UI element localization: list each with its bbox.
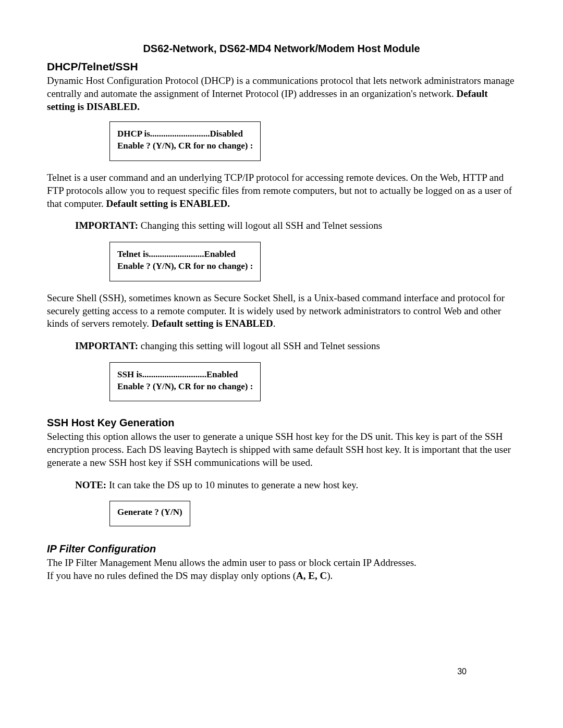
para-ipfilter-1: The IP Filter Management Menu allows the… bbox=[47, 557, 516, 570]
label-note: NOTE: bbox=[75, 479, 106, 490]
note-hostkey: NOTE: It can take the DS up to 10 minute… bbox=[75, 479, 516, 492]
text: . bbox=[273, 318, 276, 329]
text: Dynamic Host Configuration Protocol (DHC… bbox=[47, 75, 515, 99]
para-hostkey: Selecting this option allows the user to… bbox=[47, 430, 516, 469]
heading-dhcp: DHCP/Telnet/SSH bbox=[47, 59, 516, 73]
text-bold: Default setting is ENABLED bbox=[152, 318, 273, 329]
text-bold: Default setting is ENABLED. bbox=[106, 198, 230, 209]
text: Changing this setting will logout all SS… bbox=[138, 220, 382, 231]
para-ssh: Secure Shell (SSH), sometimes known as S… bbox=[47, 292, 516, 330]
code-box-generate: Generate ? (Y/N) bbox=[109, 501, 190, 526]
text: changing this setting will logout all SS… bbox=[138, 340, 380, 351]
text: It can take the DS up to 10 minutes to g… bbox=[106, 479, 358, 490]
para-telnet: Telnet is a user command and an underlyi… bbox=[47, 171, 516, 210]
text: If you have no rules defined the DS may … bbox=[47, 570, 296, 581]
label-important: IMPORTANT: bbox=[75, 220, 138, 231]
label-important: IMPORTANT: bbox=[75, 340, 138, 351]
code-box-ssh: SSH is.............................Enabl… bbox=[109, 362, 261, 402]
heading-ipfilter: IP Filter Configuration bbox=[47, 542, 516, 556]
doc-header: DS62-Network, DS62-MD4 Network/Modem Hos… bbox=[47, 42, 516, 55]
page: DS62-Network, DS62-MD4 Network/Modem Hos… bbox=[47, 42, 516, 698]
text: Secure Shell (SSH), sometimes known as S… bbox=[47, 292, 505, 329]
para-dhcp: Dynamic Host Configuration Protocol (DHC… bbox=[47, 75, 516, 113]
code-box-telnet: Telnet is.........................Enable… bbox=[109, 242, 261, 281]
page-number: 30 bbox=[457, 667, 467, 677]
text-bold: A, E, C bbox=[296, 570, 327, 581]
heading-hostkey: SSH Host Key Generation bbox=[47, 416, 516, 429]
text: ). bbox=[327, 570, 333, 581]
para-ipfilter-2: If you have no rules defined the DS may … bbox=[47, 570, 516, 583]
code-box-dhcp: DHCP is...........................Disabl… bbox=[109, 121, 261, 161]
important-telnet: IMPORTANT: Changing this setting will lo… bbox=[75, 219, 516, 232]
important-ssh: IMPORTANT: changing this setting will lo… bbox=[75, 340, 516, 353]
